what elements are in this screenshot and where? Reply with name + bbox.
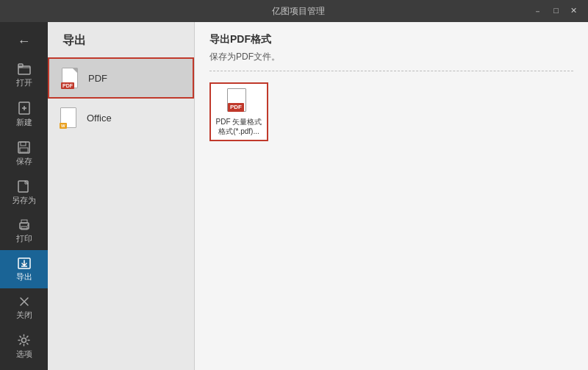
export-detail-desc: 保存为PDF文件。 [209, 51, 573, 71]
back-icon: ← [18, 34, 31, 49]
export-detail-title: 导出PDF格式 [209, 33, 573, 46]
format-tiles: PDF PDF 矢量格式格式(*.pdf)... [209, 82, 573, 141]
saveas-icon [18, 180, 30, 193]
content-area: 导出 PDF PDF W [48, 22, 588, 370]
options-icon [18, 334, 30, 346]
export-list-item-pdf[interactable]: PDF PDF [48, 57, 194, 99]
sidebar-item-export[interactable]: 导出 [0, 250, 48, 288]
sidebar-item-export-label: 导出 [16, 271, 32, 282]
svg-point-12 [22, 338, 26, 343]
export-list-item-office[interactable]: W Office [48, 99, 194, 137]
pdf-list-icon: PDF [60, 66, 81, 90]
sidebar-item-open-label: 打开 [16, 77, 32, 88]
sidebar-item-options[interactable]: 选项 [0, 327, 48, 366]
title-bar-controls: － □ ✕ [530, 4, 581, 18]
sidebar-item-save[interactable]: 保存 [0, 134, 48, 173]
sidebar-item-options-label: 选项 [16, 349, 32, 360]
sidebar-item-new[interactable]: 新建 [0, 94, 48, 134]
save-icon [18, 141, 30, 154]
office-list-label: Office [87, 113, 112, 124]
pdf-vector-tile-label: PDF 矢量格式格式(*.pdf)... [216, 117, 262, 136]
svg-rect-1 [18, 64, 23, 67]
sidebar-item-saveas-label: 另存为 [12, 195, 36, 206]
svg-point-10 [27, 224, 29, 226]
export-list-title: 导出 [48, 29, 194, 57]
open-icon [18, 63, 31, 75]
close-button[interactable]: ✕ [567, 4, 581, 18]
svg-rect-5 [20, 148, 28, 152]
title-bar-title: 亿图项目管理 [66, 5, 530, 18]
format-tile-pdf-vector[interactable]: PDF PDF 矢量格式格式(*.pdf)... [209, 82, 268, 141]
sidebar-item-close-label: 关闭 [16, 310, 32, 321]
sidebar-item-save-label: 保存 [16, 156, 32, 167]
sidebar-item-exit[interactable]: 退出 [0, 366, 48, 370]
sidebar-item-new-label: 新建 [16, 117, 32, 128]
sidebar-item-close[interactable]: 关闭 [0, 288, 48, 327]
office-list-icon: W [59, 106, 79, 129]
title-bar: 亿图项目管理 － □ ✕ [0, 0, 588, 22]
sidebar-item-print-label: 打印 [16, 233, 32, 244]
export-detail: 导出PDF格式 保存为PDF文件。 PDF PDF 矢量格式格式(*.pdf).… [195, 22, 588, 370]
export-list: 导出 PDF PDF W [48, 22, 195, 370]
pdf-list-label: PDF [88, 73, 107, 84]
sidebar-item-back[interactable]: ← [0, 28, 48, 56]
export-panel: 导出 PDF PDF W [48, 22, 588, 370]
export-icon [18, 257, 31, 269]
sidebar-item-saveas[interactable]: 另存为 [0, 173, 48, 212]
print-icon [18, 219, 31, 231]
sidebar: ← 打开 新建 保存 另存为 [0, 22, 48, 370]
pdf-vector-tile-icon: PDF [227, 88, 251, 113]
sidebar-item-open[interactable]: 打开 [0, 56, 48, 94]
main-area: ← 打开 新建 保存 另存为 [0, 22, 588, 370]
maximize-button[interactable]: □ [550, 4, 562, 18]
new-icon [18, 102, 30, 115]
minimize-button[interactable]: － [530, 4, 545, 18]
sidebar-item-print[interactable]: 打印 [0, 212, 48, 250]
close-icon [18, 296, 30, 307]
